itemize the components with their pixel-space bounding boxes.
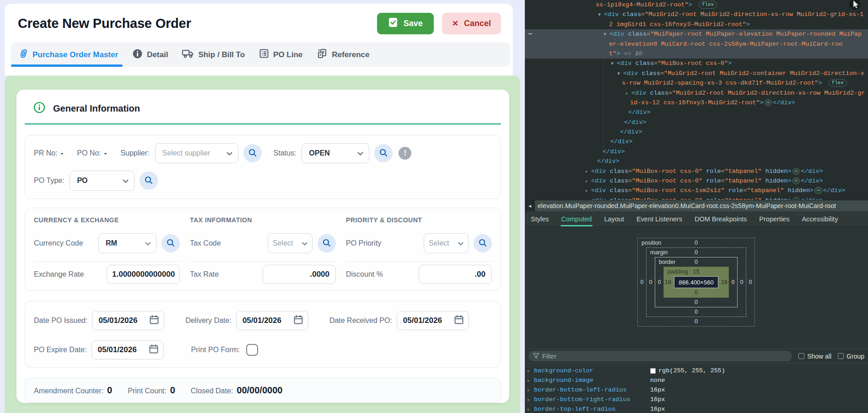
status-search-button[interactable] (374, 144, 393, 162)
flex-badge[interactable]: flex (829, 79, 847, 87)
tax-code-select[interactable]: Select (268, 233, 313, 253)
computed-property-row[interactable]: ▸border-bottom-right-radius16px (525, 395, 868, 404)
tax-search-button[interactable] (318, 234, 336, 252)
tax-column-header: TAX INFORMATION (190, 216, 336, 224)
tab-label: Purchase Order Master (32, 50, 118, 59)
tab-event-listeners[interactable]: Event Listeners (636, 211, 682, 226)
border-bottom[interactable]: 0 (695, 299, 698, 306)
expand-arrow-icon[interactable]: ▸ (527, 387, 534, 393)
padding-bottom[interactable]: 0 (695, 290, 698, 296)
dom-tree-line[interactable]: ▸<div class="MuiBox-root css-1sm2s1z" ro… (525, 186, 868, 195)
position-right[interactable]: 0 (746, 279, 755, 285)
supplier-select[interactable]: Select supplier (155, 143, 238, 163)
position-left[interactable]: 0 (638, 279, 646, 285)
collapsed-content-badge[interactable]: ⋯ (765, 99, 772, 106)
padding-right[interactable]: 16 (720, 279, 728, 285)
tab-computed[interactable]: Computed (561, 211, 592, 226)
delivery-date-input[interactable]: 05/01/2026 (236, 311, 308, 330)
tab-layout[interactable]: Layout (604, 211, 624, 226)
priority-search-button[interactable] (474, 234, 492, 252)
dom-tree-line[interactable]: ▼<div class="MuiGrid2-root MuiGrid2-dire… (525, 10, 868, 19)
border-top[interactable]: 0 (695, 259, 698, 265)
dom-tree-line[interactable]: </div> (525, 137, 868, 146)
border-right[interactable]: 0 (729, 279, 737, 285)
supplier-search-button[interactable] (243, 144, 262, 162)
dom-tree-line[interactable]: ▸<div class="MuiBox-root css-0" role="ta… (525, 176, 868, 186)
padding-top[interactable]: 15 (693, 268, 700, 275)
expand-arrow-icon[interactable]: ▸ (527, 378, 534, 383)
collapsed-content-badge[interactable]: ⋯ (793, 177, 800, 184)
tab-accessibility[interactable]: Accessibility (802, 211, 838, 226)
dom-tree-line[interactable]: </div> (525, 147, 868, 156)
border-left[interactable]: 0 (655, 279, 663, 285)
tab-purchase-order-master[interactable]: Purchase Order Master (17, 43, 119, 67)
filter-input[interactable] (542, 353, 787, 360)
exchange-rate-input[interactable] (107, 265, 180, 284)
computed-property-row[interactable]: ▸border-top-left-radius16px (525, 404, 868, 413)
po-priority-select[interactable]: Select (424, 233, 469, 253)
tab-properties[interactable]: Properties (759, 211, 789, 226)
padding-left[interactable]: 16 (664, 279, 672, 285)
code-token: ▸ (585, 186, 591, 196)
currency-code-select[interactable]: RM (98, 233, 156, 253)
date-po-issued-input[interactable]: 05/01/2026 (92, 311, 164, 330)
collapsed-content-badge[interactable]: ⋯ (814, 187, 822, 194)
property-name: border-bottom-right-radius (534, 396, 650, 403)
tab-dom-breakpoints[interactable]: DOM Breakpoints (695, 211, 747, 226)
flex-badge[interactable]: flex (699, 1, 717, 9)
box-model-content-size[interactable]: 866.400×560 (674, 276, 718, 288)
tab-styles[interactable]: Styles (531, 211, 549, 226)
tax-rate-input[interactable] (263, 265, 336, 284)
expand-arrow-icon[interactable]: ▸ (527, 368, 534, 374)
dom-tree-line[interactable]: ss-1pi8xg4-MuiGrid2-root"> flex (525, 0, 868, 10)
dom-tree-line[interactable]: s-row MuiGrid2-spacing-xs-3 css-dkd71f-M… (525, 78, 868, 88)
computed-filter-bar: Show all Group (525, 349, 868, 364)
priority-column: PRIORITY & DISCOUNT PO Priority Select (346, 216, 492, 281)
currency-search-button[interactable] (162, 234, 180, 252)
position-bottom[interactable]: 0 (695, 318, 698, 325)
computed-property-row[interactable]: ▸border-bottom-left-radius16px (525, 385, 868, 395)
dom-tree-line[interactable]: t"> == $0 (525, 49, 868, 59)
dom-tree-line[interactable]: </div> (525, 127, 868, 137)
margin-bottom[interactable]: 0 (695, 309, 698, 315)
po-type-select[interactable]: PO (70, 171, 135, 191)
po-expire-date-input[interactable]: 05/01/2026 (92, 340, 164, 359)
computed-property-row[interactable]: ▸background-colorrgb(255, 255, 255) (525, 366, 868, 375)
save-button[interactable]: Save (377, 13, 434, 34)
dom-tree-line[interactable]: ▸<div class="MuiBox-root css-0" role="ta… (525, 196, 868, 200)
computed-property-row[interactable]: ▸background-imagenone (525, 375, 868, 385)
dom-tree-line[interactable]: </div> (525, 118, 868, 127)
margin-right[interactable]: 0 (738, 279, 746, 285)
po-type-search-button[interactable] (140, 172, 158, 190)
dom-tree-line[interactable]: ▼<div class="MuiGrid2-root MuiGrid2-cont… (525, 69, 868, 78)
collapsed-content-badge[interactable]: ⋯ (793, 168, 800, 175)
date-received-po-input[interactable]: 05/01/2026 (397, 311, 469, 330)
cancel-button[interactable]: ✕ Cancel (442, 13, 501, 34)
dom-tree-line[interactable]: id-xs-12 css-16fnxy3-MuiGrid2-root">⋯</d… (525, 98, 868, 107)
tab-ship-bill-to[interactable]: Ship / Bill To (181, 43, 246, 67)
group-checkbox[interactable] (838, 353, 844, 359)
node-menu-dots[interactable]: ⋯ (528, 29, 533, 39)
dom-tree-line[interactable]: </div> (525, 107, 868, 117)
dom-tree-line[interactable]: ▸<div class="MuiGrid2-root MuiGrid2-dire… (525, 88, 868, 98)
breadcrumb-back-button[interactable]: ◂ (525, 200, 535, 212)
dom-tree-line[interactable]: er-elevation0 MuiCard-root css-2s58ym-Mu… (525, 39, 868, 49)
breadcrumb[interactable]: elevation.MuiPaper-rounded.MuiPaper-elev… (538, 202, 836, 209)
dom-tree-line[interactable]: ▸<div class="MuiBox-root css-0" role="ta… (525, 166, 868, 176)
margin-left[interactable]: 0 (647, 279, 655, 285)
position-top[interactable]: 0 (695, 240, 698, 246)
dom-tree-line[interactable]: ▼<div class="MuiBox-root css-0"> (525, 59, 868, 68)
tab-po-line[interactable]: PO Line (258, 43, 303, 67)
discount-input[interactable] (419, 265, 492, 284)
dom-tree-line[interactable]: </div> (525, 156, 868, 166)
tab-reference[interactable]: Reference (316, 43, 370, 67)
show-all-checkbox[interactable] (798, 353, 804, 359)
dom-tree-line[interactable]: ⋯▼<div class="MuiPaper-root MuiPaper-ele… (525, 29, 868, 39)
expand-arrow-icon[interactable]: ▸ (527, 397, 534, 402)
print-po-form-checkbox[interactable] (246, 344, 258, 356)
expand-arrow-icon[interactable]: ▸ (527, 407, 534, 412)
dom-tree-line[interactable]: 2 imgGird1 css-16fnxy3-MuiGrid2-root"> (525, 20, 868, 29)
status-select[interactable]: OPEN (302, 143, 369, 163)
tab-detail[interactable]: Detail (131, 43, 169, 67)
margin-top[interactable]: 0 (695, 249, 698, 256)
